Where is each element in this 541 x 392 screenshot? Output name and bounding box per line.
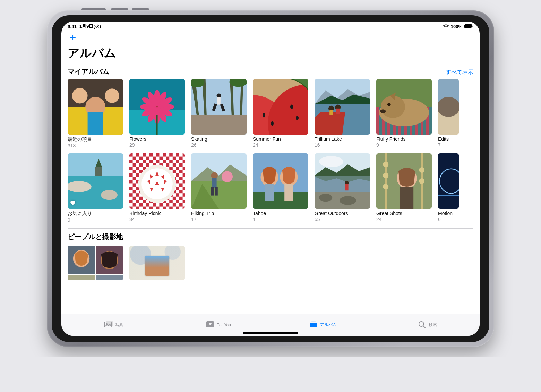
photos-icon xyxy=(104,321,113,329)
tab-photos[interactable]: 写真 xyxy=(61,314,166,336)
svg-point-7 xyxy=(105,88,119,103)
svg-rect-96 xyxy=(400,187,413,209)
album-row: お気に入り 9 Birthday Picnic 34 Hiking Trip 1… xyxy=(68,153,480,223)
heart-icon xyxy=(70,200,76,207)
album-great-outdoors[interactable]: Great Outdoors 55 xyxy=(315,153,370,223)
album-name: Birthday Picnic xyxy=(129,211,185,216)
svg-point-93 xyxy=(419,167,424,173)
svg-point-34 xyxy=(263,113,265,118)
album-name: Trillium Lake xyxy=(315,136,370,142)
album-count: 11 xyxy=(253,216,308,222)
svg-point-89 xyxy=(383,162,388,167)
svg-rect-74 xyxy=(253,192,308,209)
svg-point-84 xyxy=(340,196,356,205)
svg-rect-26 xyxy=(191,115,247,135)
tab-label: 写真 xyxy=(115,322,123,328)
album-tahoe[interactable]: Tahoe 11 xyxy=(253,153,308,223)
status-time: 9:41 xyxy=(68,24,77,29)
svg-point-94 xyxy=(419,178,424,184)
album-edits[interactable]: Edits 7 xyxy=(438,79,459,148)
album-name: Motion xyxy=(438,211,459,216)
album-row: 最近の項目 318 Flowers 29 Skating 26 xyxy=(68,79,480,148)
svg-rect-105 xyxy=(68,275,95,280)
svg-point-5 xyxy=(72,88,88,104)
svg-point-91 xyxy=(383,184,388,189)
svg-line-117 xyxy=(423,326,426,328)
album-skating[interactable]: Skating 26 xyxy=(191,79,247,148)
album-birthday-picnic[interactable]: Birthday Picnic 34 xyxy=(129,153,185,223)
people-album[interactable] xyxy=(68,246,123,280)
svg-point-49 xyxy=(381,96,405,118)
svg-rect-43 xyxy=(336,109,340,114)
battery-percent: 100% xyxy=(451,24,462,29)
svg-rect-115 xyxy=(311,321,316,322)
album-name: お気に入り xyxy=(68,211,123,217)
tab-search[interactable]: 検索 xyxy=(375,314,480,336)
album-fluffy-friends[interactable]: Fluffy Friends 9 xyxy=(376,79,432,148)
svg-rect-78 xyxy=(284,184,293,201)
svg-rect-97 xyxy=(438,153,459,209)
album-count: 55 xyxy=(315,216,370,222)
album-trillium-lake[interactable]: Trillium Lake 16 xyxy=(315,79,370,148)
svg-rect-113 xyxy=(310,323,317,327)
album-name: Hiking Trip xyxy=(191,211,247,216)
svg-point-54 xyxy=(438,97,459,117)
search-icon xyxy=(418,321,427,329)
album-count: 17 xyxy=(191,216,247,222)
wifi-icon xyxy=(443,24,449,28)
album-count: 318 xyxy=(68,143,123,148)
svg-rect-8 xyxy=(88,112,103,135)
page-title: アルバム xyxy=(61,42,480,63)
add-album-button[interactable]: ＋ xyxy=(68,31,78,43)
svg-rect-86 xyxy=(345,184,349,190)
album-name: Skating xyxy=(191,136,247,142)
svg-rect-41 xyxy=(329,110,333,115)
albums-icon xyxy=(309,321,318,329)
svg-point-72 xyxy=(222,171,233,182)
for-you-icon xyxy=(206,321,215,329)
tab-label: 検索 xyxy=(429,322,437,328)
album-name: Edits xyxy=(438,136,459,142)
album-name: Flowers xyxy=(129,136,185,142)
battery-icon xyxy=(464,24,473,28)
svg-point-35 xyxy=(271,121,274,126)
album-count: 24 xyxy=(376,216,432,222)
album-favorites[interactable]: お気に入り 9 xyxy=(68,153,123,223)
svg-point-36 xyxy=(290,105,293,109)
section-title-people-places: ピープルと撮影地 xyxy=(68,232,123,241)
album-name: Fluffy Friends xyxy=(376,136,432,142)
album-count: 9 xyxy=(68,217,123,223)
album-count: 26 xyxy=(191,142,247,148)
status-date: 1月9日(火) xyxy=(79,23,101,29)
album-recent[interactable]: 最近の項目 318 xyxy=(68,79,123,148)
status-bar: 9:41 1月9日(火) 100% xyxy=(61,22,480,30)
svg-rect-69 xyxy=(212,178,217,188)
album-great-shots[interactable]: Great Shots 24 xyxy=(376,153,432,223)
svg-point-58 xyxy=(101,190,118,200)
section-title-my-albums: マイアルバム xyxy=(68,67,109,76)
album-name: Great Shots xyxy=(376,211,432,216)
svg-rect-107 xyxy=(96,275,123,280)
svg-rect-30 xyxy=(217,97,221,105)
svg-rect-59 xyxy=(95,167,102,176)
svg-rect-2 xyxy=(473,26,473,27)
album-count: 24 xyxy=(253,142,308,148)
album-name: Summer Fun xyxy=(253,136,308,142)
svg-rect-114 xyxy=(311,322,316,322)
home-indicator[interactable] xyxy=(243,332,298,334)
album-flowers[interactable]: Flowers 29 xyxy=(129,79,185,148)
album-name: Tahoe xyxy=(253,211,308,216)
svg-rect-70 xyxy=(211,187,214,196)
places-album[interactable] xyxy=(129,246,185,280)
album-hiking-trip[interactable]: Hiking Trip 17 xyxy=(191,153,247,223)
people-places-row xyxy=(68,244,480,280)
album-count: 7 xyxy=(438,142,459,148)
album-name: 最近の項目 xyxy=(68,136,123,143)
album-summer-fun[interactable]: Summer Fun 24 xyxy=(253,79,308,148)
svg-point-90 xyxy=(383,173,388,178)
svg-point-29 xyxy=(217,94,221,98)
tab-label: For You xyxy=(217,323,231,327)
see-all-link[interactable]: すべて表示 xyxy=(446,69,473,76)
svg-rect-100 xyxy=(438,195,459,196)
album-motion[interactable]: Motion 6 xyxy=(438,153,459,223)
